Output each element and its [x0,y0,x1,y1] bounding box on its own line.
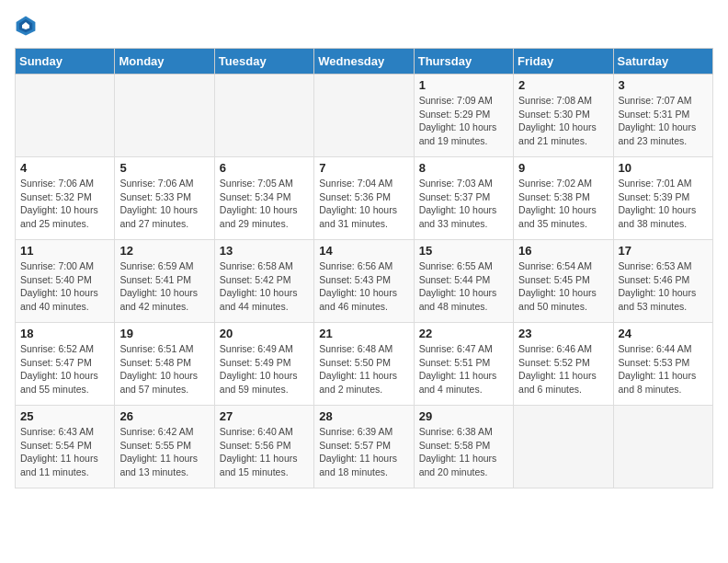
day-info: Sunrise: 6:49 AM Sunset: 5:49 PM Dayligh… [220,342,309,396]
day-info: Sunrise: 7:04 AM Sunset: 5:36 PM Dayligh… [319,177,408,231]
day-info: Sunrise: 6:56 AM Sunset: 5:43 PM Dayligh… [319,259,408,314]
day-number: 9 [518,161,608,175]
header-day-tuesday: Tuesday [214,49,313,75]
day-number: 18 [20,327,109,340]
day-number: 8 [419,161,508,175]
calendar-cell [214,75,313,157]
day-number: 23 [518,327,608,340]
day-number: 21 [319,327,408,340]
day-info: Sunrise: 7:05 AM Sunset: 5:34 PM Dayligh… [220,177,309,231]
day-number: 1 [419,78,508,92]
calendar-table: SundayMondayTuesdayWednesdayThursdayFrid… [15,48,713,488]
day-number: 22 [419,327,508,340]
calendar-cell: 1Sunrise: 7:09 AM Sunset: 5:29 PM Daylig… [414,75,513,157]
day-info: Sunrise: 6:46 AM Sunset: 5:52 PM Dayligh… [518,342,608,396]
day-number: 11 [20,244,109,258]
calendar-cell: 6Sunrise: 7:05 AM Sunset: 5:34 PM Daylig… [214,157,313,240]
header-day-wednesday: Wednesday [314,49,414,75]
calendar-cell: 26Sunrise: 6:42 AM Sunset: 5:55 PM Dayli… [115,406,214,488]
day-number: 2 [518,78,608,92]
day-number: 28 [319,409,408,423]
calendar-cell: 14Sunrise: 6:56 AM Sunset: 5:43 PM Dayli… [314,240,414,323]
day-info: Sunrise: 6:40 AM Sunset: 5:56 PM Dayligh… [220,425,309,479]
calendar-cell: 8Sunrise: 7:03 AM Sunset: 5:37 PM Daylig… [414,157,513,240]
day-info: Sunrise: 6:52 AM Sunset: 5:47 PM Dayligh… [20,342,109,396]
calendar-cell: 15Sunrise: 6:55 AM Sunset: 5:44 PM Dayli… [414,240,513,323]
day-info: Sunrise: 7:01 AM Sunset: 5:39 PM Dayligh… [619,177,708,231]
header-day-saturday: Saturday [613,49,712,75]
day-info: Sunrise: 7:03 AM Sunset: 5:37 PM Dayligh… [419,177,508,231]
day-number: 19 [119,327,209,340]
day-number: 7 [319,161,408,175]
header-day-friday: Friday [514,49,613,75]
calendar-cell: 25Sunrise: 6:43 AM Sunset: 5:54 PM Dayli… [16,406,115,488]
calendar-cell: 12Sunrise: 6:59 AM Sunset: 5:41 PM Dayli… [115,240,214,323]
header-day-monday: Monday [115,49,214,75]
day-info: Sunrise: 7:02 AM Sunset: 5:38 PM Dayligh… [518,177,608,231]
calendar-cell: 5Sunrise: 7:06 AM Sunset: 5:33 PM Daylig… [115,157,214,240]
day-info: Sunrise: 6:38 AM Sunset: 5:58 PM Dayligh… [419,425,508,479]
week-row-2: 4Sunrise: 7:06 AM Sunset: 5:32 PM Daylig… [16,157,713,240]
week-row-4: 18Sunrise: 6:52 AM Sunset: 5:47 PM Dayli… [16,323,713,406]
day-info: Sunrise: 7:06 AM Sunset: 5:33 PM Dayligh… [119,177,209,231]
calendar-cell: 23Sunrise: 6:46 AM Sunset: 5:52 PM Dayli… [514,323,613,406]
day-number: 15 [419,244,508,258]
day-info: Sunrise: 6:47 AM Sunset: 5:51 PM Dayligh… [419,342,508,396]
calendar-cell [514,406,613,488]
calendar-cell [613,406,712,488]
day-number: 20 [220,327,309,340]
day-number: 4 [20,161,109,175]
week-row-1: 1Sunrise: 7:09 AM Sunset: 5:29 PM Daylig… [16,75,713,157]
calendar-cell [115,75,214,157]
day-info: Sunrise: 6:44 AM Sunset: 5:53 PM Dayligh… [619,342,708,396]
calendar-cell: 19Sunrise: 6:51 AM Sunset: 5:48 PM Dayli… [115,323,214,406]
day-info: Sunrise: 7:00 AM Sunset: 5:40 PM Dayligh… [20,259,109,314]
calendar-cell: 7Sunrise: 7:04 AM Sunset: 5:36 PM Daylig… [314,157,414,240]
week-row-3: 11Sunrise: 7:00 AM Sunset: 5:40 PM Dayli… [16,240,713,323]
calendar-cell: 4Sunrise: 7:06 AM Sunset: 5:32 PM Daylig… [16,157,115,240]
calendar-cell: 2Sunrise: 7:08 AM Sunset: 5:30 PM Daylig… [514,75,613,157]
header-row: SundayMondayTuesdayWednesdayThursdayFrid… [16,49,713,75]
calendar-cell: 28Sunrise: 6:39 AM Sunset: 5:57 PM Dayli… [314,406,414,488]
day-number: 10 [619,161,708,175]
header-day-sunday: Sunday [16,49,115,75]
day-number: 25 [20,409,109,423]
calendar-cell: 17Sunrise: 6:53 AM Sunset: 5:46 PM Dayli… [613,240,712,323]
day-number: 16 [518,244,608,258]
week-row-5: 25Sunrise: 6:43 AM Sunset: 5:54 PM Dayli… [16,406,713,488]
day-number: 5 [119,161,209,175]
day-number: 3 [619,78,708,92]
calendar-cell: 18Sunrise: 6:52 AM Sunset: 5:47 PM Dayli… [16,323,115,406]
day-number: 27 [220,409,309,423]
day-info: Sunrise: 6:54 AM Sunset: 5:45 PM Dayligh… [518,259,608,314]
day-number: 14 [319,244,408,258]
calendar-cell [16,75,115,157]
logo-icon [15,15,37,37]
day-info: Sunrise: 6:59 AM Sunset: 5:41 PM Dayligh… [119,259,209,314]
calendar-cell: 27Sunrise: 6:40 AM Sunset: 5:56 PM Dayli… [214,406,313,488]
day-number: 24 [619,327,708,340]
day-info: Sunrise: 7:08 AM Sunset: 5:30 PM Dayligh… [518,94,608,148]
day-info: Sunrise: 6:55 AM Sunset: 5:44 PM Dayligh… [419,259,508,314]
calendar-cell: 9Sunrise: 7:02 AM Sunset: 5:38 PM Daylig… [514,157,613,240]
page-header [15,15,713,37]
header-day-thursday: Thursday [414,49,513,75]
logo [15,15,40,37]
day-number: 29 [419,409,508,423]
day-info: Sunrise: 6:42 AM Sunset: 5:55 PM Dayligh… [119,425,209,479]
calendar-cell: 3Sunrise: 7:07 AM Sunset: 5:31 PM Daylig… [613,75,712,157]
day-number: 13 [220,244,309,258]
day-number: 26 [119,409,209,423]
calendar-cell: 24Sunrise: 6:44 AM Sunset: 5:53 PM Dayli… [613,323,712,406]
day-info: Sunrise: 6:53 AM Sunset: 5:46 PM Dayligh… [619,259,708,314]
calendar-cell: 10Sunrise: 7:01 AM Sunset: 5:39 PM Dayli… [613,157,712,240]
day-info: Sunrise: 7:07 AM Sunset: 5:31 PM Dayligh… [619,94,708,148]
calendar-cell: 29Sunrise: 6:38 AM Sunset: 5:58 PM Dayli… [414,406,513,488]
day-info: Sunrise: 6:39 AM Sunset: 5:57 PM Dayligh… [319,425,408,479]
calendar-cell: 22Sunrise: 6:47 AM Sunset: 5:51 PM Dayli… [414,323,513,406]
day-info: Sunrise: 6:58 AM Sunset: 5:42 PM Dayligh… [220,259,309,314]
day-info: Sunrise: 7:06 AM Sunset: 5:32 PM Dayligh… [20,177,109,231]
calendar-cell: 11Sunrise: 7:00 AM Sunset: 5:40 PM Dayli… [16,240,115,323]
day-number: 6 [220,161,309,175]
day-number: 17 [619,244,708,258]
